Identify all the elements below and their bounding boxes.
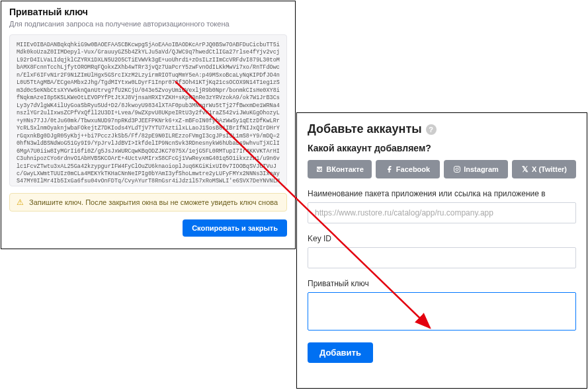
private-key-dialog: Приватный ключ Для подписания запроса на… <box>1 1 296 249</box>
vk-icon <box>315 165 323 173</box>
dialog-footer: Скопировать и закрыть <box>9 219 287 237</box>
keyid-label: Key ID <box>308 234 576 243</box>
vk-button[interactable]: ВКонтакте <box>308 160 372 178</box>
vk-label: ВКонтакте <box>326 165 364 173</box>
panel-title-text: Добавьте аккаунты <box>308 122 422 136</box>
add-button[interactable]: Добавить <box>308 342 373 363</box>
svg-point-1 <box>456 168 458 171</box>
dialog-subtitle: Для подписания запроса на получение авто… <box>9 20 287 28</box>
facebook-button[interactable]: Facebook <box>376 160 440 178</box>
package-label: Наименование пакета приложения или ссылк… <box>308 189 576 198</box>
x-icon: 𝕏 <box>521 165 529 173</box>
instagram-button[interactable]: Instagram <box>444 160 508 178</box>
package-input[interactable] <box>308 202 576 223</box>
instagram-icon <box>453 165 461 173</box>
keyid-input[interactable] <box>308 247 576 268</box>
private-key-label: Приватный ключ <box>308 279 576 288</box>
copy-close-button[interactable]: Скопировать и закрыть <box>183 219 287 237</box>
facebook-icon <box>386 165 394 173</box>
warning-bar: ⚠ Запишите ключ. После закрытия окна вы … <box>9 193 287 212</box>
private-key-text: MIIEvOIBADANBqkqhkiG9w0BAOEFAASCBKcwpgSj… <box>9 34 287 186</box>
warning-text: Запишите ключ. После закрытия окна вы не… <box>29 198 278 206</box>
instagram-label: Instagram <box>464 165 499 173</box>
svg-point-2 <box>458 167 459 168</box>
panel-title: Добавьте аккаунты ? <box>308 122 437 136</box>
panel-subtitle: Какой аккаунт добавляем? <box>308 143 576 153</box>
help-icon[interactable]: ? <box>426 124 437 135</box>
twitter-label: X (Twitter) <box>532 165 567 173</box>
facebook-label: Facebook <box>396 165 430 173</box>
add-accounts-panel: Добавьте аккаунты ? Какой аккаунт добавл… <box>296 112 587 389</box>
twitter-button[interactable]: 𝕏 X (Twitter) <box>512 160 576 178</box>
private-key-input[interactable] <box>308 292 576 331</box>
warning-icon: ⚠ <box>17 198 24 207</box>
dialog-title: Приватный ключ <box>9 7 287 17</box>
social-buttons-row: ВКонтакте Facebook Instagram 𝕏 X (Twitte… <box>308 160 576 178</box>
